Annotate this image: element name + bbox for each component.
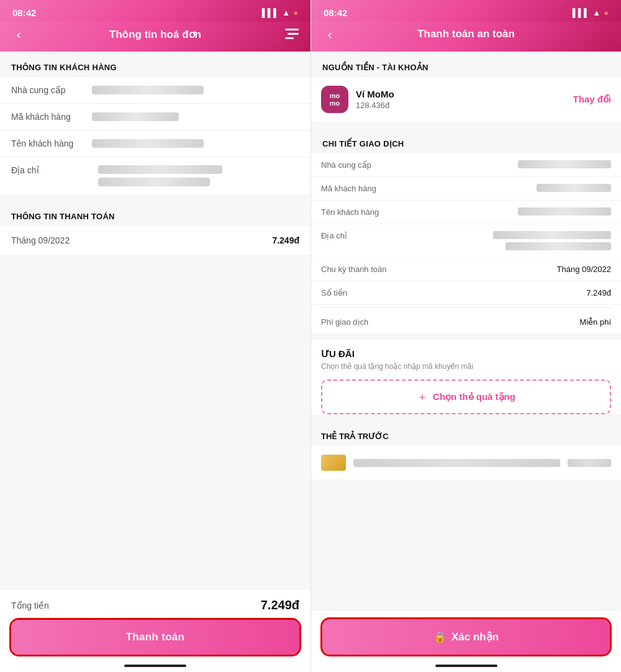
detail-nha-cung-cap-value [518,160,611,168]
left-nav-title: Thông tin hoá đơn [27,28,283,41]
customer-info-card: Nhà cung cấp Mã khách hàng Tên khách hàn… [0,77,310,194]
detail-dia-chi-label: Địa chỉ [321,231,389,240]
left-status-icons: ▌▌▌ ▲ ● [262,8,298,17]
change-wallet-button[interactable]: Thay đổi [573,94,611,105]
left-status-bar: 08:42 ▌▌▌ ▲ ● [0,0,310,22]
detail-phi-giao-dich-label: Phí giao dịch [321,317,389,327]
detail-so-tien-value: 7.249đ [586,288,611,297]
svg-rect-0 [285,29,299,30]
nha-cung-cap-label: Nhà cung cấp [11,85,86,95]
momo-wallet-card: momo Ví MoMo 128.436đ Thay đổi [311,77,621,122]
detail-ma-khach-hang-value [537,184,611,192]
gift-button-label: Chọn thẻ quà tặng [433,391,515,402]
ma-khach-hang-value [92,112,179,121]
total-amount: 7.249đ [261,598,299,612]
total-label: Tổng tiền [11,601,49,611]
detail-dia-chi-value-1 [493,231,611,239]
pay-button[interactable]: Thanh toán [11,620,299,655]
card-action-blur [568,459,611,467]
detail-nha-cung-cap: Nhà cung cấp [311,153,621,177]
uudai-desc: Chọn thẻ quà tặng hoặc nhập mã khuyến mã… [321,362,611,371]
momo-name: Ví MoMo [356,89,565,99]
detail-ten-khach-hang-label: Tên khách hàng [321,207,389,217]
right-back-button[interactable]: ‹ [321,25,338,43]
nha-cung-cap-row: Nhà cung cấp [0,77,310,104]
detail-chu-ky-label: Chu kỳ thanh toán [321,265,389,274]
plus-icon: ＋ [417,389,428,404]
left-back-button[interactable]: ‹ [10,25,27,43]
uudai-section: ƯU ĐÃI Chọn thẻ quà tặng hoặc nhập mã kh… [311,340,621,414]
card-chip-icon [321,455,346,471]
right-status-bar: 08:42 ▌▌▌ ▲ ● [311,0,621,22]
detail-so-tien-label: Số tiền [321,288,389,297]
svg-rect-2 [285,37,294,39]
ma-khach-hang-row: Mã khách hàng [0,104,310,130]
detail-so-tien: Số tiền 7.249đ [311,281,621,305]
ten-khach-hang-value [92,139,204,148]
left-time: 08:42 [12,7,36,18]
right-home-indicator [311,660,621,672]
detail-dia-chi: Địa chỉ [311,224,621,258]
confirm-button-label: Xác nhận [451,630,499,643]
spacer [0,261,310,385]
card-row [311,446,621,479]
right-signal-icon: ▌▌▌ [573,8,590,17]
momo-balance: 128.436đ [356,101,565,110]
ma-khach-hang-label: Mã khách hàng [11,112,86,122]
confirm-button[interactable]: 🔒 Xác nhận [322,619,610,655]
right-indicator-bar [435,665,497,667]
left-menu-icon[interactable] [283,25,301,43]
gift-button[interactable]: ＋ Chọn thẻ quà tặng [321,379,611,414]
detail-ma-khach-hang-label: Mã khách hàng [321,184,389,193]
payment-amount: 7.249đ [272,235,299,245]
transaction-detail-card: Nhà cung cấp Mã khách hàng Tên khách hàn… [311,153,621,334]
detail-ma-khach-hang: Mã khách hàng [311,177,621,201]
the-tra-truoc-header: THẺ TRẢ TRƯỚC [311,423,621,446]
left-indicator-bar [124,665,186,667]
svg-rect-1 [288,33,299,35]
detail-chu-ky: Chu kỳ thanh toán Tháng 09/2022 [311,258,621,281]
detail-chu-ky-value: Tháng 09/2022 [557,265,611,274]
detail-dia-chi-value-2 [505,242,611,250]
left-content: THÔNG TIN KHÁCH HÀNG Nhà cung cấp Mã khá… [0,52,310,589]
card-info-blur [353,459,560,467]
battery-icon: ● [293,8,298,17]
right-battery-icon: ● [604,8,609,17]
transaction-detail-header: CHI TIẾT GIAO DỊCH [311,128,621,153]
right-wifi-icon: ▲ [592,8,601,17]
left-bottom-bar: Tổng tiền 7.249đ Thanh toán [0,589,310,660]
right-bottom-bar: 🔒 Xác nhận [311,610,621,660]
right-status-icons: ▌▌▌ ▲ ● [573,8,609,17]
detail-ten-khach-hang-value [518,207,611,216]
right-panel: 08:42 ▌▌▌ ▲ ● ‹ Thanh toán an toàn NGUỒN… [310,0,621,672]
customer-info-header: THÔNG TIN KHÁCH HÀNG [0,52,310,77]
detail-phi-giao-dich: Phí giao dịch Miễn phí [311,311,621,334]
left-panel: 08:42 ▌▌▌ ▲ ● ‹ Thông tin hoá đơn THÔNG … [0,0,310,672]
right-time: 08:42 [324,7,347,18]
momo-logo: momo [321,86,348,113]
right-nav-bar: ‹ Thanh toán an toàn [311,22,621,52]
dia-chi-value-1 [98,165,222,174]
left-home-indicator [0,660,310,672]
ten-khach-hang-row: Tên khách hàng [0,130,310,157]
detail-divider [321,307,611,308]
lock-icon: 🔒 [433,630,446,643]
source-header: NGUỒN TIỀN - TÀI KHOẢN [311,52,621,77]
detail-nha-cung-cap-label: Nhà cung cấp [321,160,389,170]
right-nav-title: Thanh toán an toàn [338,28,594,40]
wifi-icon: ▲ [282,8,290,17]
payment-info-header: THÔNG TIN THANH TOÁN [0,201,310,226]
signal-icon: ▌▌▌ [262,8,279,17]
payment-info-card: Tháng 09/2022 7.249đ [0,226,310,255]
detail-ten-khach-hang: Tên khách hàng [311,201,621,224]
detail-phi-giao-dich-value: Miễn phí [579,317,611,327]
total-row: Tổng tiền 7.249đ [11,598,299,612]
payment-period: Tháng 09/2022 [11,235,70,245]
dia-chi-label: Địa chỉ [11,165,86,175]
dia-chi-row: Địa chỉ [0,157,310,194]
momo-info: Ví MoMo 128.436đ [356,89,565,110]
left-nav-bar: ‹ Thông tin hoá đơn [0,22,310,52]
uudai-title: ƯU ĐÃI [321,348,611,360]
right-nav-spacer [594,25,611,43]
ten-khach-hang-label: Tên khách hàng [11,138,86,148]
